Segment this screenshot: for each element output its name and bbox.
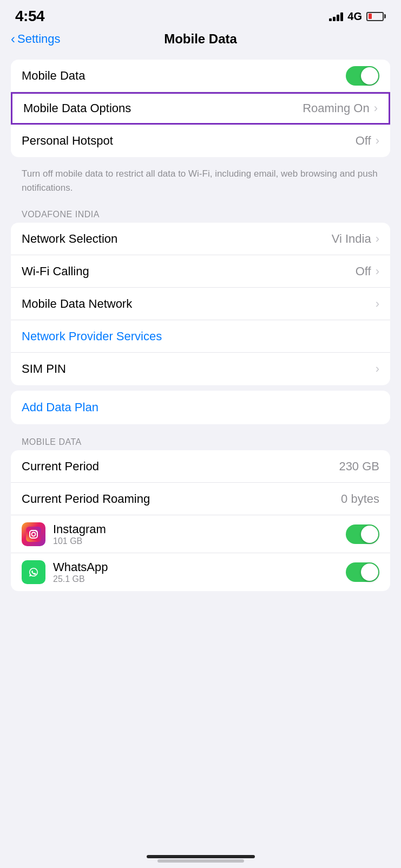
wifi-calling-label: Wi-Fi Calling bbox=[22, 264, 89, 278]
signal-bar-3 bbox=[337, 15, 339, 21]
chevron-right-icon: › bbox=[374, 101, 378, 115]
whatsapp-row: WhatsApp 25.1 GB bbox=[11, 553, 390, 591]
current-period-roaming-label: Current Period Roaming bbox=[22, 492, 150, 506]
mobile-data-options-row[interactable]: Mobile Data Options Roaming On › bbox=[11, 92, 390, 125]
battery-icon bbox=[366, 12, 386, 21]
mobile-data-options-right: Roaming On › bbox=[303, 101, 378, 115]
whatsapp-info: WhatsApp 25.1 GB bbox=[53, 560, 346, 584]
battery-body bbox=[366, 12, 384, 21]
mobile-data-toggle[interactable] bbox=[346, 66, 379, 86]
back-label: Settings bbox=[17, 32, 61, 46]
signal-bar-1 bbox=[329, 18, 332, 21]
sim-pin-label: SIM PIN bbox=[22, 362, 66, 376]
network-provider-services-label: Network Provider Services bbox=[22, 329, 162, 344]
personal-hotspot-value: Off bbox=[356, 134, 371, 148]
network-selection-label: Network Selection bbox=[22, 232, 117, 246]
status-time: 4:54 bbox=[15, 8, 44, 25]
signal-bar-4 bbox=[340, 12, 343, 21]
sim-pin-row[interactable]: SIM PIN › bbox=[11, 353, 390, 385]
page-title: Mobile Data bbox=[164, 31, 237, 47]
chevron-right-icon-2: › bbox=[376, 134, 379, 148]
home-indicator bbox=[157, 859, 244, 863]
mobile-data-row: Mobile Data bbox=[11, 60, 390, 92]
wa-bg bbox=[26, 565, 41, 580]
add-data-plan-row[interactable]: Add Data Plan bbox=[11, 391, 390, 424]
add-data-plan-group: Add Data Plan bbox=[11, 391, 390, 424]
status-bar: 4:54 4G bbox=[0, 0, 401, 29]
network-type-label: 4G bbox=[347, 10, 362, 23]
battery-fill bbox=[369, 14, 372, 19]
whatsapp-icon-svg bbox=[26, 565, 41, 580]
personal-hotspot-row[interactable]: Personal Hotspot Off › bbox=[11, 125, 390, 157]
toggle-knob bbox=[361, 67, 378, 85]
instagram-info: Instagram 101 GB bbox=[53, 522, 346, 546]
home-swipe-bar bbox=[147, 855, 255, 858]
whatsapp-app-icon bbox=[22, 560, 45, 584]
instagram-row: Instagram 101 GB bbox=[11, 515, 390, 553]
signal-bar-2 bbox=[333, 17, 336, 21]
current-period-roaming-row: Current Period Roaming 0 bytes bbox=[11, 483, 390, 515]
chevron-right-icon-3: › bbox=[376, 232, 379, 246]
mobile-data-section-header: MOBILE DATA bbox=[11, 430, 390, 450]
phone-frame: 4:54 4G ‹ Settings Mobile Data bbox=[0, 0, 401, 868]
mobile-data-options-label: Mobile Data Options bbox=[23, 101, 131, 115]
vodafone-section-header: VODAFONE INDIA bbox=[11, 202, 390, 223]
mobile-data-options-value: Roaming On bbox=[303, 101, 370, 115]
sim-pin-right: › bbox=[376, 362, 379, 376]
whatsapp-name: WhatsApp bbox=[53, 560, 346, 574]
chevron-right-icon-4: › bbox=[376, 264, 379, 278]
instagram-icon-svg bbox=[26, 527, 41, 542]
current-period-row: Current Period 230 GB bbox=[11, 450, 390, 483]
current-period-value: 230 GB bbox=[339, 459, 379, 474]
instagram-name: Instagram bbox=[53, 522, 346, 536]
vodafone-settings-group: Network Selection Vi India › Wi-Fi Calli… bbox=[11, 223, 390, 385]
network-selection-right: Vi India › bbox=[332, 232, 379, 246]
battery-tip bbox=[384, 14, 386, 18]
mobile-data-network-label: Mobile Data Network bbox=[22, 297, 132, 311]
wifi-calling-value: Off bbox=[356, 264, 371, 278]
nav-bar: ‹ Settings Mobile Data bbox=[0, 29, 401, 54]
mobile-data-network-right: › bbox=[376, 297, 379, 311]
ig-dot bbox=[36, 530, 37, 532]
mobile-data-network-row[interactable]: Mobile Data Network › bbox=[11, 288, 390, 320]
whatsapp-toggle-knob bbox=[361, 563, 378, 581]
add-data-plan-label: Add Data Plan bbox=[22, 400, 98, 414]
network-selection-value: Vi India bbox=[332, 232, 371, 246]
current-period-label: Current Period bbox=[22, 459, 99, 474]
status-icons: 4G bbox=[329, 10, 386, 23]
mobile-data-label: Mobile Data bbox=[22, 69, 85, 83]
instagram-toggle-knob bbox=[361, 526, 378, 543]
network-provider-services-row[interactable]: Network Provider Services bbox=[11, 320, 390, 353]
instagram-size: 101 GB bbox=[53, 536, 346, 546]
chevron-right-icon-5: › bbox=[376, 297, 379, 311]
ig-bg bbox=[26, 527, 41, 542]
instagram-toggle[interactable] bbox=[346, 524, 379, 544]
back-chevron-icon: ‹ bbox=[11, 31, 15, 47]
network-selection-row[interactable]: Network Selection Vi India › bbox=[11, 223, 390, 255]
whatsapp-size: 25.1 GB bbox=[53, 574, 346, 584]
whatsapp-toggle[interactable] bbox=[346, 562, 379, 582]
content-area: Mobile Data Mobile Data Options Roaming … bbox=[0, 54, 401, 602]
current-period-roaming-value: 0 bytes bbox=[341, 492, 379, 506]
mobile-data-stats-group: Current Period 230 GB Current Period Roa… bbox=[11, 450, 390, 591]
personal-hotspot-right: Off › bbox=[356, 134, 379, 148]
instagram-app-icon bbox=[22, 522, 45, 546]
helper-text: Turn off mobile data to restrict all dat… bbox=[11, 163, 390, 202]
wifi-calling-row[interactable]: Wi-Fi Calling Off › bbox=[11, 255, 390, 288]
personal-hotspot-label: Personal Hotspot bbox=[22, 134, 113, 148]
wifi-calling-right: Off › bbox=[356, 264, 379, 278]
chevron-right-icon-6: › bbox=[376, 362, 379, 376]
main-settings-group: Mobile Data Mobile Data Options Roaming … bbox=[11, 60, 390, 157]
back-button[interactable]: ‹ Settings bbox=[11, 31, 61, 47]
signal-bars-icon bbox=[329, 11, 343, 21]
